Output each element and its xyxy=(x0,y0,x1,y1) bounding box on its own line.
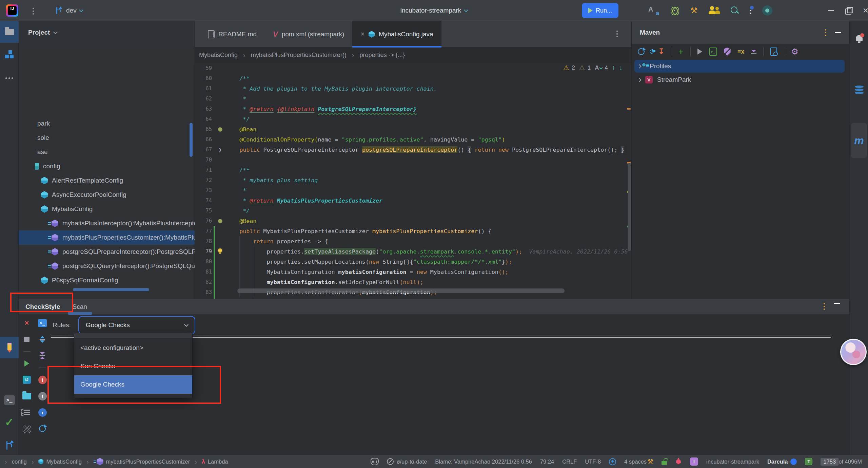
code-line-72[interactable]: 72 * mybatis plus setting xyxy=(195,175,631,185)
users-icon[interactable] xyxy=(709,6,719,15)
highlighting-level-icon[interactable] xyxy=(609,458,616,465)
translate-icon[interactable]: Aa xyxy=(648,5,658,16)
maven-refresh-icon[interactable] xyxy=(638,48,645,55)
code-line-61[interactable]: 61 * Add the plugin to the MyBatis plugi… xyxy=(195,83,631,94)
maven-offline-icon[interactable]: ≡x xyxy=(737,48,745,55)
atom-plugin-icon[interactable] xyxy=(669,5,679,16)
terminal-stripe-button[interactable]: >_ xyxy=(0,389,19,411)
tree-item-sole[interactable]: sole xyxy=(19,131,195,145)
expand-all-icon[interactable] xyxy=(40,336,45,343)
code-line-65[interactable]: 65 @Bean xyxy=(195,124,631,134)
code-line-77[interactable]: 77 public MybatisPlusPropertiesCustomize… xyxy=(195,226,631,236)
code-line-60[interactable]: 60 /** xyxy=(195,73,631,83)
maven-run-icon[interactable] xyxy=(697,49,702,55)
code-line-63[interactable]: 63 * @return {@linkplain PostgreSQLPrepa… xyxy=(195,104,631,114)
code-line-81[interactable]: 81 MybatisConfiguration mybatisConfigura… xyxy=(195,267,631,277)
project-stripe-button[interactable] xyxy=(0,21,19,43)
profiler-badge[interactable]: I xyxy=(690,457,698,466)
structure-stripe-button[interactable] xyxy=(0,43,19,65)
checklist-icon[interactable] xyxy=(24,410,30,415)
rules-dropdown[interactable]: Google Checks xyxy=(78,316,195,334)
code-line-76[interactable]: 76 @Bean xyxy=(195,216,631,226)
restore-button[interactable] xyxy=(840,0,857,21)
commit-check-button[interactable]: ✓ xyxy=(0,411,19,433)
tab-options-kebab-icon[interactable] xyxy=(616,31,618,37)
memory-indicator[interactable]: 1753 of 4096M xyxy=(821,458,862,466)
code-line-73[interactable]: 73 * xyxy=(195,185,631,195)
line-ending-widget[interactable]: CRLF xyxy=(562,458,577,465)
search-icon[interactable] xyxy=(730,6,739,15)
scan-tab-scrollbar[interactable] xyxy=(68,312,92,315)
tree-item-mybatispluspropertiescustomizer-mybatisp[interactable]: mybatisPlusPropertiesCustomizer():Mybati… xyxy=(19,230,195,245)
editor-horizontal-scrollbar[interactable] xyxy=(237,288,565,293)
prev-issue-arrow[interactable]: ↑ xyxy=(612,64,615,72)
statusbar-crumb-config[interactable]: config xyxy=(12,458,27,465)
breadcrumb-item[interactable]: mybatisPlusPropertiesCustomizer() xyxy=(251,52,347,59)
user-avatar-icon[interactable] xyxy=(762,5,772,16)
next-issue-arrow[interactable]: ↓ xyxy=(619,64,623,72)
alarm-icon[interactable] xyxy=(675,458,682,465)
refresh-icon[interactable] xyxy=(39,425,46,432)
tree-item-asyncexecutorpoolconfig[interactable]: AsyncExecutorPoolConfig xyxy=(19,188,195,202)
maven-stripe-button[interactable]: m xyxy=(851,123,867,158)
maven-item-streampark[interactable]: VStreamPark xyxy=(634,73,845,86)
statusbar-crumb-mybatisconfig[interactable]: MybatisConfig xyxy=(38,458,82,465)
code-line-66[interactable]: 66 @ConditionalOnProperty(name = "spring… xyxy=(195,134,631,145)
maven-hide-button[interactable] xyxy=(835,32,841,33)
tree-horizontal-scrollbar[interactable] xyxy=(73,288,149,291)
breadcrumb-item[interactable]: MybatisConfig xyxy=(199,52,238,59)
user-avatar-overlay[interactable] xyxy=(840,339,867,365)
close-icon[interactable]: × xyxy=(22,319,31,327)
collapse-all-icon[interactable] xyxy=(40,352,45,359)
tree-item-mybatisconfig[interactable]: MybatisConfig xyxy=(19,202,195,216)
tree-item-postgresqlqueryinterceptor-postgresqlque[interactable]: postgreSQLQueryInterceptor():PostgreSQLQ… xyxy=(19,259,195,273)
tree-item-p6spysqlformatconfig[interactable]: P6spySqlFormatConfig xyxy=(19,273,195,287)
tab-pom-xml-streampark-[interactable]: Vpom.xml (streampark) xyxy=(265,21,352,47)
code-line-78[interactable]: 78 return properties -> { xyxy=(195,236,631,246)
code-line-62[interactable]: 62 * xyxy=(195,94,631,104)
breadcrumb-item[interactable]: properties -> {...} xyxy=(359,52,405,59)
tree-item-postgresqlprepareinterceptor-postgresqlp[interactable]: postgreSQLPrepareInterceptor():PostgreSQ… xyxy=(19,245,195,259)
code-line-80[interactable]: 80 properties.setMapperLocations(new Str… xyxy=(195,257,631,267)
tab-mybatisconfig-java[interactable]: ×MybatisConfig.java xyxy=(352,21,441,47)
maven-add-icon[interactable]: + xyxy=(678,47,683,56)
stop-icon[interactable] xyxy=(24,337,29,342)
translation-badge[interactable]: T xyxy=(805,458,812,465)
checkstyle-hide-button[interactable] xyxy=(834,303,840,304)
project-name-widget[interactable]: incubator-streampark xyxy=(706,458,759,465)
minimize-button[interactable] xyxy=(823,0,840,21)
project-panel-header[interactable]: Project xyxy=(19,21,195,44)
notifications-button[interactable] xyxy=(850,28,868,50)
error-count-badge[interactable]: ! xyxy=(38,376,47,384)
code-line-67[interactable]: 67❯ public PostgreSQLPrepareInterceptor … xyxy=(195,145,631,155)
copilot-icon[interactable] xyxy=(371,458,379,465)
caret-position-widget[interactable]: 79:24 xyxy=(540,458,554,465)
code-line-82[interactable]: 82 mybatisConfiguration.setJdbcTypeForNu… xyxy=(195,277,631,287)
maven-download-sources-icon[interactable]: ↧ xyxy=(658,48,664,55)
checkstyle-stripe-button[interactable] xyxy=(0,337,19,358)
run-button[interactable]: Run... xyxy=(582,3,618,18)
code-editor[interactable]: 83 properties.setConfiguration(mybatisCo… xyxy=(195,63,631,299)
tree-item-mybatisplusinterceptor-mybatisplusinterc[interactable]: mybatisPlusInterceptor():MybatisPlusInte… xyxy=(19,216,195,230)
inspections-widget[interactable]: ⚠2 ⚠1 A4 ↑ ↓ xyxy=(563,64,623,72)
code-line-74[interactable]: 74 * @return MybatisPlusPropertiesCustom… xyxy=(195,195,631,206)
statusbar-crumb-lambda[interactable]: λLambda xyxy=(202,458,228,465)
maven-execute-goal-icon[interactable]: >_ xyxy=(709,48,717,56)
indent-widget[interactable]: 4 spaces⚒ xyxy=(624,457,653,466)
tree-vertical-scrollbar[interactable] xyxy=(190,123,193,157)
tools-icon[interactable]: ⚒ xyxy=(690,6,698,15)
theme-widget[interactable]: Darcula xyxy=(767,458,797,465)
console-icon[interactable]: >_ xyxy=(38,319,47,327)
maven-show-dependencies-icon[interactable] xyxy=(770,48,777,56)
clear-icon[interactable] xyxy=(23,425,31,432)
dropdown-option--active-configuration-[interactable]: <active configuration> xyxy=(74,339,192,357)
idea-rerun-icon[interactable]: IJ xyxy=(23,376,31,384)
editor-vertical-scrollbar[interactable] xyxy=(628,163,631,251)
statusbar-crumb-mybatispluspropertiescustomize[interactable]: mybatisPlusPropertiesCustomizer xyxy=(94,458,190,465)
maven-item-profiles[interactable]: Profiles xyxy=(634,60,845,73)
database-stripe-button[interactable] xyxy=(850,79,868,100)
encoding-widget[interactable]: UTF-8 xyxy=(585,458,601,465)
close-icon[interactable]: × xyxy=(360,30,364,38)
git-stripe-button[interactable] xyxy=(0,434,19,456)
tree-item-park[interactable]: park xyxy=(19,116,195,131)
